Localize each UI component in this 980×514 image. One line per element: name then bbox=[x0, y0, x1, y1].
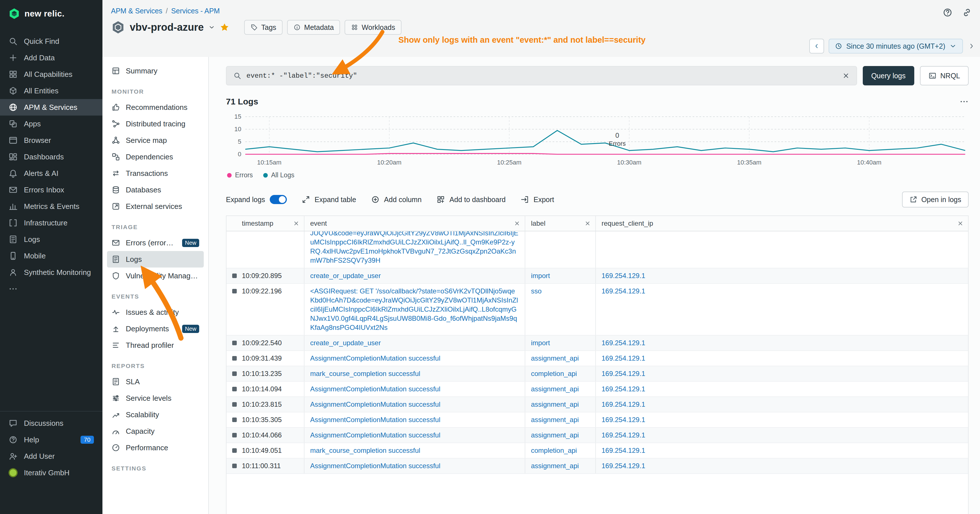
subnav-item-databases[interactable]: Databases bbox=[107, 181, 204, 198]
log-ip-link[interactable]: 169.254.129.1 bbox=[601, 431, 645, 439]
row-checkbox[interactable] bbox=[232, 448, 237, 453]
log-ip-link[interactable]: 169.254.129.1 bbox=[601, 272, 645, 280]
log-ip-link[interactable]: 169.254.129.1 bbox=[601, 370, 645, 377]
subnav-item-thread-profiler[interactable]: Thread profiler bbox=[107, 337, 204, 353]
log-ip-link[interactable]: 169.254.129.1 bbox=[601, 416, 645, 423]
subnav-item-dependencies[interactable]: Dependencies bbox=[107, 148, 204, 165]
add-column-button[interactable]: Add column bbox=[371, 195, 422, 204]
log-label-link[interactable]: completion_api bbox=[531, 447, 577, 454]
breadcrumb-apm-services[interactable]: APM & Services bbox=[111, 7, 162, 15]
subnav-item-scalability[interactable]: Scalability bbox=[107, 406, 204, 423]
row-checkbox[interactable] bbox=[232, 417, 237, 422]
log-row[interactable]: 10:10:14.094AssignmentCompletionMutation… bbox=[226, 382, 968, 397]
logs-timeseries-chart[interactable]: 05101510:15am10:20am10:25am10:30am10:35a… bbox=[226, 112, 969, 169]
log-label-link[interactable]: sso bbox=[531, 287, 541, 295]
log-event-link[interactable]: AssignmentCompletionMutation successful bbox=[310, 401, 441, 408]
log-event-link[interactable]: AssignmentCompletionMutation successful bbox=[310, 431, 441, 439]
log-query-input[interactable]: event:* -"label":"security" bbox=[226, 66, 857, 85]
subnav-item-distributed-tracing[interactable]: Distributed tracing bbox=[107, 116, 204, 132]
log-label-link[interactable]: import bbox=[531, 339, 550, 347]
log-event-link[interactable]: AssignmentCompletionMutation successful bbox=[310, 416, 441, 423]
log-label-link[interactable]: assignment_api bbox=[531, 385, 579, 393]
log-event-link[interactable]: mark_course_completion successful bbox=[310, 447, 420, 454]
global-nav-dashboards[interactable]: Dashboards bbox=[0, 148, 102, 165]
log-row[interactable]: 10:10:35.305AssignmentCompletionMutation… bbox=[226, 412, 968, 428]
log-row[interactable]: 10:11:00.311AssignmentCompletionMutation… bbox=[226, 458, 968, 474]
column-header-request-client-ip[interactable]: request_client_ip bbox=[596, 216, 968, 231]
global-footer-add-user[interactable]: Add User bbox=[0, 448, 102, 465]
subnav-item-vulnerability-management[interactable]: Vulnerability Management bbox=[107, 267, 204, 284]
global-nav-infrastructure[interactable]: Infrastructure bbox=[0, 215, 102, 231]
global-nav-mobile[interactable]: Mobile bbox=[0, 248, 102, 264]
expand-table-button[interactable]: Expand table bbox=[302, 195, 356, 204]
global-nav-all-capabilities[interactable]: All Capabilities bbox=[0, 66, 102, 83]
subnav-item-logs[interactable]: Logs bbox=[107, 251, 204, 267]
subnav-item-sla[interactable]: SLA bbox=[107, 373, 204, 390]
subnav-item-summary[interactable]: Summary bbox=[107, 63, 204, 79]
subnav-item-performance[interactable]: Performance bbox=[107, 439, 204, 456]
remove-column-timestamp-icon[interactable] bbox=[293, 220, 299, 226]
log-ip-link[interactable]: 169.254.129.1 bbox=[601, 462, 645, 469]
log-ip-link[interactable]: 169.254.129.1 bbox=[601, 401, 645, 408]
log-row[interactable]: 10:09:20.895create_or_update_userimport1… bbox=[226, 268, 968, 284]
global-nav-ellipsis[interactable] bbox=[0, 281, 102, 297]
add-to-dashboard-button[interactable]: Add to dashboard bbox=[436, 195, 506, 204]
row-checkbox[interactable] bbox=[232, 387, 237, 391]
toggle-on-icon[interactable] bbox=[270, 195, 287, 204]
log-label-link[interactable]: assignment_api bbox=[531, 462, 579, 469]
subnav-item-issues-activity[interactable]: Issues & activity bbox=[107, 304, 204, 320]
log-event-link[interactable]: AssignmentCompletionMutation successful bbox=[310, 462, 441, 469]
newrelic-logo[interactable]: new relic. bbox=[0, 0, 102, 27]
global-nav-apps[interactable]: Apps bbox=[0, 116, 102, 132]
log-event-link[interactable]: <ASGIRequest: GET '/sso/callback/?state=… bbox=[310, 287, 518, 331]
global-nav-all-entities[interactable]: All Entities bbox=[0, 83, 102, 99]
help-icon[interactable] bbox=[942, 7, 953, 18]
global-nav-logs[interactable]: Logs bbox=[0, 231, 102, 248]
expand-logs-toggle[interactable]: Expand logs bbox=[226, 195, 287, 204]
row-checkbox[interactable] bbox=[232, 356, 237, 361]
breadcrumb-services-apm[interactable]: Services - APM bbox=[171, 7, 220, 15]
log-ip-link[interactable]: 169.254.129.1 bbox=[601, 385, 645, 393]
entity-chevron-down-icon[interactable] bbox=[208, 24, 215, 31]
row-checkbox[interactable] bbox=[232, 341, 237, 345]
global-nav-browser[interactable]: Browser bbox=[0, 132, 102, 148]
log-ip-link[interactable]: 169.254.129.1 bbox=[601, 447, 645, 454]
remove-column-event-icon[interactable] bbox=[514, 220, 520, 226]
more-options-icon[interactable] bbox=[959, 97, 969, 106]
subnav-item-recommendations[interactable]: Recommendations bbox=[107, 99, 204, 116]
global-nav-synthetic-monitoring[interactable]: Synthetic Monitoring bbox=[0, 264, 102, 281]
log-row[interactable]: 10:10:23.815AssignmentCompletionMutation… bbox=[226, 397, 968, 412]
log-ip-link[interactable]: 169.254.129.1 bbox=[601, 354, 645, 362]
log-row[interactable]: 10:09:22.196<ASGIRequest: GET '/sso/call… bbox=[226, 284, 968, 336]
column-header-event[interactable]: event bbox=[304, 216, 525, 231]
log-label-link[interactable]: assignment_api bbox=[531, 431, 579, 439]
time-next-button[interactable] bbox=[967, 42, 975, 50]
query-logs-button[interactable]: Query logs bbox=[863, 66, 914, 85]
row-checkbox[interactable] bbox=[232, 464, 237, 468]
global-nav-add-data[interactable]: Add Data bbox=[0, 49, 102, 66]
subnav-item-external-services[interactable]: External services bbox=[107, 198, 204, 215]
log-event-link[interactable]: AssignmentCompletionMutation successful bbox=[310, 385, 441, 393]
subnav-item-capacity[interactable]: Capacity bbox=[107, 423, 204, 439]
export-button[interactable]: Export bbox=[520, 195, 554, 204]
global-footer-iterativ-gmbh[interactable]: Iterativ GmbH bbox=[0, 465, 102, 481]
row-checkbox[interactable] bbox=[232, 289, 237, 293]
log-event-link[interactable]: mark_course_completion successful bbox=[310, 370, 420, 377]
global-nav-alerts-ai[interactable]: Alerts & AI bbox=[0, 165, 102, 181]
log-ip-link[interactable]: 169.254.129.1 bbox=[601, 339, 645, 347]
log-label-link[interactable]: import bbox=[531, 272, 550, 280]
log-label-link[interactable]: assignment_api bbox=[531, 416, 579, 423]
global-footer-help[interactable]: Help70 bbox=[0, 431, 102, 448]
column-header-label[interactable]: label bbox=[525, 216, 596, 231]
tags-button[interactable]: Tags bbox=[244, 20, 283, 35]
log-row[interactable]: 10:09:31.439AssignmentCompletionMutation… bbox=[226, 351, 968, 366]
global-nav-errors-inbox[interactable]: Errors Inbox bbox=[0, 181, 102, 198]
log-label-link[interactable]: assignment_api bbox=[531, 354, 579, 362]
log-label-link[interactable]: completion_api bbox=[531, 370, 577, 377]
subnav-item-deployments[interactable]: DeploymentsNew bbox=[107, 320, 204, 337]
global-nav-metrics-events[interactable]: Metrics & Events bbox=[0, 198, 102, 215]
log-label-link[interactable]: assignment_api bbox=[531, 401, 579, 408]
column-header-timestamp[interactable]: timestamp bbox=[226, 216, 304, 231]
global-nav-apm-services[interactable]: APM & Services bbox=[0, 99, 102, 116]
remove-column-label-icon[interactable] bbox=[584, 220, 591, 226]
